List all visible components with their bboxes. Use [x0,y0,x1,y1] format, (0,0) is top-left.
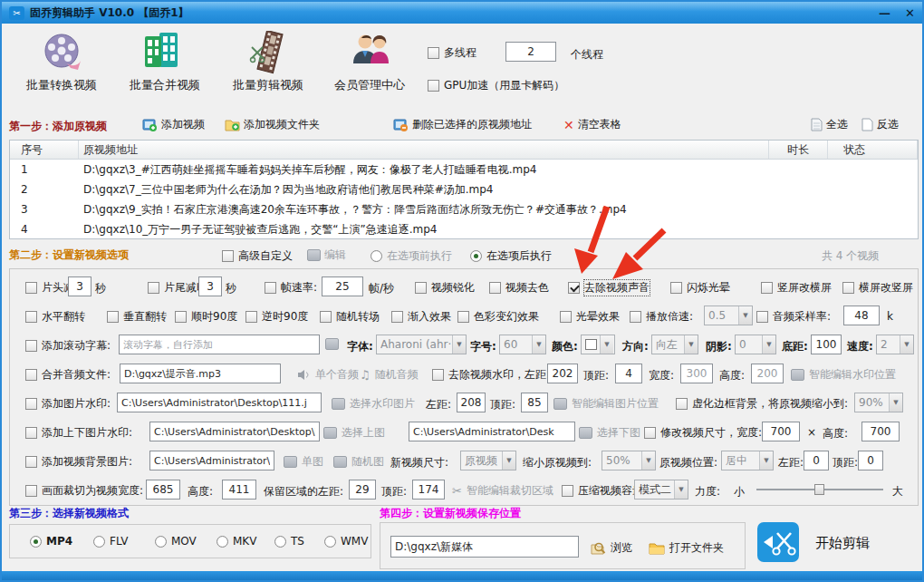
checkbox[interactable] [415,282,427,294]
sharpen-checkbox[interactable]: 视频锐化 [415,280,475,296]
save-path-input[interactable] [390,536,579,558]
trim-head-input[interactable] [68,276,91,296]
speed-combo[interactable]: 0.5▼ [704,306,753,325]
checkbox[interactable] [25,456,37,468]
rotate-cw-checkbox[interactable]: 顺时90度 [175,309,237,325]
radio[interactable] [217,536,228,548]
blur-border-checkbox[interactable]: 虚化边框背景，将原视频缩小到: [676,396,848,412]
run-before-radio[interactable]: 在选项前执行 [371,248,452,264]
crop-width-input[interactable] [146,480,180,500]
batch-convert-button[interactable]: 批量转换视频 [18,31,105,93]
shrink-combo[interactable]: 50%▼ [602,451,656,470]
background-image-input[interactable] [149,451,274,470]
header-index[interactable]: 序号 [10,141,79,159]
font-size-combo[interactable]: 60▼ [499,335,546,354]
checkbox[interactable] [245,311,257,323]
checkbox[interactable] [25,369,37,381]
format-mov-radio[interactable]: MOV [155,535,197,548]
radio[interactable] [155,536,167,548]
checkbox[interactable] [148,282,159,294]
img-top-input[interactable] [521,393,548,412]
multithread-checkbox[interactable]: 多线程 [428,45,476,61]
format-mkv-radio[interactable]: MKV [217,535,256,548]
checkbox[interactable] [842,282,854,294]
format-flv-radio[interactable]: FLV [93,535,128,548]
radio[interactable] [30,536,42,548]
batch-clip-button[interactable]: 批量剪辑视频 [225,31,312,93]
radio[interactable] [93,536,105,548]
checkbox[interactable] [25,485,37,497]
checkbox[interactable] [25,282,37,294]
checkbox[interactable] [562,485,573,497]
checkbox[interactable] [560,311,572,323]
background-image-checkbox[interactable]: 添加视频背景图片: [25,454,132,470]
colorshift-checkbox[interactable]: 色彩变幻效果 [457,309,539,325]
compress-mode-combo[interactable]: 模式二▼ [634,480,688,500]
checkbox[interactable] [644,427,656,439]
add-folder-button[interactable]: 添加视频文件夹 [225,117,320,132]
checkbox[interactable] [489,282,501,294]
format-ts-radio[interactable]: TS [274,535,304,548]
checkbox[interactable] [25,311,37,323]
checkbox[interactable] [630,311,641,323]
radio[interactable] [324,536,336,548]
member-center-button[interactable]: 会员管理中心 [326,31,413,93]
clear-table-button[interactable]: ✕ 清空表格 [563,117,621,132]
resize-width-input[interactable] [762,422,800,441]
slider-thumb[interactable] [814,484,824,495]
font-color-combo[interactable]: ▼ [581,335,615,354]
hflip-checkbox[interactable]: 水平翻转 [25,309,85,325]
image-watermark-input[interactable] [117,393,322,412]
checkbox[interactable] [107,311,119,323]
image-watermark-checkbox[interactable]: 添加图片水印: [25,396,111,412]
wm-left-input[interactable] [547,364,578,383]
batch-merge-button[interactable]: 批量合并视频 [121,31,208,93]
compress-checkbox[interactable]: 压缩视频容量 [562,483,643,499]
speed-checkbox[interactable]: 播放倍速: [630,309,693,325]
resize-video-checkbox[interactable]: 修改视频尺寸，宽度: [644,425,762,441]
flicker-checkbox[interactable]: 闪烁光晕 [670,280,730,296]
checkbox[interactable] [670,282,682,294]
img-left-input[interactable] [457,393,486,412]
bg-left-input[interactable] [804,451,829,470]
keep-left-input[interactable] [349,480,376,500]
radio[interactable] [274,536,286,548]
radio[interactable] [371,250,382,262]
crop-checkbox[interactable]: 画面裁切为视频宽度: [25,483,143,499]
position-combo[interactable]: 居中▼ [721,451,774,470]
decolor-checkbox[interactable]: 视频去色 [489,280,549,296]
keep-top-input[interactable] [412,480,445,500]
close-button[interactable]: ✕ [905,6,915,20]
table-row[interactable]: 2 D:\gqxz\7_三位中国老师为什么在汤加？因为当地政府请他们教居民种菜#… [10,179,918,199]
wm-width-input[interactable] [680,364,713,383]
checkbox[interactable] [761,282,773,294]
table-row[interactable]: 3 D:\gqxz\9_实拍！石家庄京港澳高速20余车连环事故，？警方：降雪后路… [10,199,918,219]
run-after-radio[interactable]: 在选项后执行 [470,248,552,264]
landscape-to-portrait-checkbox[interactable]: 横屏改竖屏 [842,280,913,296]
compress-strength-slider[interactable] [756,489,883,490]
delete-selected-button[interactable]: 删除已选择的原视频地址 [393,117,532,132]
top-image-input[interactable] [149,422,320,441]
fps-checkbox[interactable]: 帧速率: [265,280,317,296]
radio[interactable] [470,250,482,262]
table-row[interactable]: 1 D:\gqxz\3_#江西萌娃坐摇摇车睡着妈妈关掉车后秒醒，网友：像极了老人… [10,160,918,179]
checkbox[interactable] [756,311,768,323]
header-path[interactable]: 原视频地址 [79,141,769,159]
open-folder-button[interactable]: 打开文件夹 [649,540,724,556]
select-all-button[interactable]: 全选 [811,117,848,132]
checkbox[interactable] [428,47,439,59]
crop-height-input[interactable] [222,480,256,500]
mute-checkbox[interactable]: 去除视频声音 [568,280,650,296]
font-combo[interactable]: Aharoni (ahr·▼ [376,335,467,354]
merge-audio-checkbox[interactable]: 合并音频文件: [25,367,111,383]
checkbox[interactable] [320,311,332,323]
scroll-speed-combo[interactable]: 2▼ [876,335,914,354]
halo-checkbox[interactable]: 光晕效果 [560,309,620,325]
browse-button[interactable]: 浏览 [591,540,632,556]
fadein-checkbox[interactable]: 渐入效果 [391,309,451,325]
bottom-margin-input[interactable] [811,335,842,354]
start-clip-button[interactable] [757,522,799,562]
checkbox[interactable] [432,369,444,381]
checkbox[interactable] [25,398,37,410]
checkbox[interactable] [222,250,234,262]
